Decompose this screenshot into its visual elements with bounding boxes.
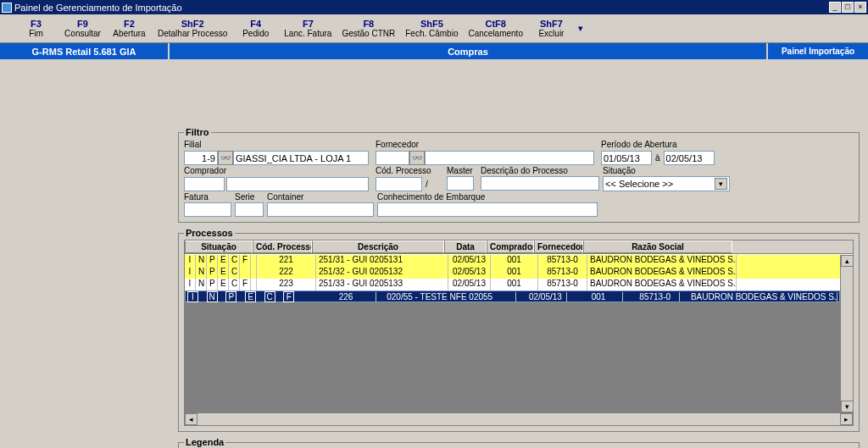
toolbar-key: F7 xyxy=(303,19,314,29)
maximize-button[interactable]: □ xyxy=(842,2,854,13)
codprocesso-input[interactable] xyxy=(376,177,422,191)
sit-cell xyxy=(240,267,251,279)
cell-fornecedor: 85713-0 xyxy=(631,292,680,301)
binoculars-icon: 👓 xyxy=(220,153,231,163)
cell-razao: BAUDRON BODEGAS & VINEDOS S.A xyxy=(688,292,837,301)
binoculars-icon: 👓 xyxy=(412,153,422,163)
toolbar-consultar[interactable]: F9Consultar xyxy=(59,14,106,42)
processos-grid[interactable]: Situação Cód. Processo Descrição Data Co… xyxy=(184,240,854,426)
close-button[interactable]: × xyxy=(854,2,866,13)
serie-input[interactable] xyxy=(235,202,264,217)
sit-cell: F xyxy=(240,279,251,290)
toolbar-detalharprocesso[interactable]: ShF2Detalhar Processo xyxy=(153,14,232,42)
cell-cod: 223 xyxy=(257,279,316,290)
toolbar-abertura[interactable]: F2Abertura xyxy=(106,14,153,42)
minimize-button[interactable]: _ xyxy=(829,2,841,13)
table-row[interactable]: INPEC222251/32 - GUI 020513202/05/130018… xyxy=(185,267,840,279)
cell-razao: BAUDRON BODEGAS & VINEDOS S.A xyxy=(587,255,737,267)
cell-data: 02/05/13 xyxy=(448,255,491,267)
toolbar-label: Consultar xyxy=(64,29,101,38)
toolbar-fechcmbio[interactable]: ShF5Fech. Câmbio xyxy=(400,14,463,42)
filial-lookup-button[interactable]: 👓 xyxy=(218,151,233,165)
table-row[interactable]: INPECF221251/31 - GUI 020513102/05/13001… xyxy=(185,255,840,267)
module-name: Compras xyxy=(170,43,768,59)
conhecimento-input[interactable] xyxy=(377,202,598,217)
toolbar-label: Pedido xyxy=(242,29,269,38)
legenda-legend: Legenda xyxy=(184,437,225,447)
processos-legend: Processos xyxy=(184,228,235,238)
scroll-up-button[interactable]: ▴ xyxy=(841,255,854,267)
table-row[interactable]: INPECF226020/55 - TESTE NFE 0205502/05/1… xyxy=(185,290,840,302)
situacao-value: << Selecione >> xyxy=(605,179,673,189)
filial-name-input[interactable] xyxy=(233,151,369,165)
toolbar-excluir[interactable]: ShF7Excluir xyxy=(528,14,575,42)
sit-cell: I xyxy=(185,267,196,279)
cell-cod: 222 xyxy=(257,267,316,279)
comprador-code-input[interactable] xyxy=(184,177,225,191)
cell-comprador: 001 xyxy=(491,255,538,267)
toolbar-gestoctnr[interactable]: F8Gestão CTNR xyxy=(337,14,400,42)
fornecedor-code-input[interactable] xyxy=(376,151,409,165)
toolbar-key: F2 xyxy=(124,19,135,29)
col-comprador[interactable]: Comprador xyxy=(487,241,534,253)
scroll-right-button[interactable]: ▸ xyxy=(840,413,853,425)
cell-desc: 251/33 - GUI 0205133 xyxy=(316,279,448,290)
cell-desc: 020/55 - TESTE NFE 02055 xyxy=(384,292,516,301)
toolbar-key: ShF7 xyxy=(540,19,563,29)
app-version: G-RMS Retail 5.681 GIA xyxy=(0,43,170,59)
toolbar-lancfatura[interactable]: F7Lanc. Fatura xyxy=(279,14,337,42)
sit-cell: F xyxy=(283,291,294,302)
window-titlebar: Painel de Gerenciamento de Importação _ … xyxy=(0,0,868,14)
toolbar-cancelamento[interactable]: CtF8Cancelamento xyxy=(463,14,527,42)
toolbar-label: Lanc. Fatura xyxy=(284,29,331,38)
codprocesso-label: Cód. Processo xyxy=(376,166,443,175)
scroll-left-button[interactable]: ◂ xyxy=(185,413,198,425)
toolbar-label: Fim xyxy=(29,29,43,38)
sit-cell: E xyxy=(218,279,229,290)
fornecedor-lookup-button[interactable]: 👓 xyxy=(409,151,425,165)
container-label: Container xyxy=(267,192,374,202)
col-situacao[interactable]: Situação xyxy=(185,241,253,253)
master-label: Master xyxy=(447,166,477,175)
status-bar: G-RMS Retail 5.681 GIA Compras Painel Im… xyxy=(0,43,868,59)
sit-cell: C xyxy=(264,291,275,302)
descprocesso-label: Descrição do Processo xyxy=(481,166,599,175)
toolbar-label: Gestão CTNR xyxy=(342,29,395,38)
vertical-scrollbar[interactable]: ▴ ▾ xyxy=(840,255,853,412)
container-input[interactable] xyxy=(267,202,374,217)
scroll-down-button[interactable]: ▾ xyxy=(841,401,854,412)
col-razao[interactable]: Razão Social xyxy=(583,241,732,253)
toolbar-key: CtF8 xyxy=(485,19,505,29)
filial-code-input[interactable] xyxy=(184,151,218,165)
col-desc[interactable]: Descrição xyxy=(312,241,444,253)
sit-cell: E xyxy=(245,291,256,302)
master-input[interactable] xyxy=(447,176,474,191)
filter-group: Filtro Filial 👓 Fornecedor 👓 Perí xyxy=(178,127,860,223)
situacao-select[interactable]: << Selecione >> ▾ xyxy=(603,176,730,191)
situacao-label: Situação xyxy=(603,166,730,175)
sit-cell: I xyxy=(187,291,198,302)
cell-comprador: 001 xyxy=(491,267,538,279)
col-fornecedor[interactable]: Fornecedor xyxy=(534,241,583,253)
horizontal-scrollbar[interactable]: ◂ ▸ xyxy=(185,412,853,425)
toolbar-label: Detalhar Processo xyxy=(158,29,227,38)
periodo-separator: à xyxy=(652,153,664,163)
comprador-label: Comprador xyxy=(184,166,372,175)
toolbar-key: ShF5 xyxy=(420,19,443,29)
toolbar-fim[interactable]: F3Fim xyxy=(13,14,59,42)
descprocesso-input[interactable] xyxy=(481,176,599,191)
sit-cell: I xyxy=(185,279,196,290)
fatura-input[interactable] xyxy=(184,202,231,217)
sit-cell: F xyxy=(240,255,251,267)
toolbar-label: Fech. Câmbio xyxy=(405,29,458,38)
toolbar-pedido[interactable]: F4Pedido xyxy=(232,14,279,42)
toolbar-more-icon[interactable]: ▾ xyxy=(575,14,587,42)
periodo-to-input[interactable] xyxy=(664,151,715,165)
table-row[interactable]: INPECF223251/33 - GUI 020513302/05/13001… xyxy=(185,279,840,290)
fornecedor-name-input[interactable] xyxy=(425,151,594,165)
comprador-name-input[interactable] xyxy=(226,177,369,191)
periodo-from-input[interactable] xyxy=(601,151,652,165)
sit-cell: P xyxy=(207,267,218,279)
col-cod[interactable]: Cód. Processo xyxy=(253,241,312,253)
col-data[interactable]: Data xyxy=(444,241,487,253)
